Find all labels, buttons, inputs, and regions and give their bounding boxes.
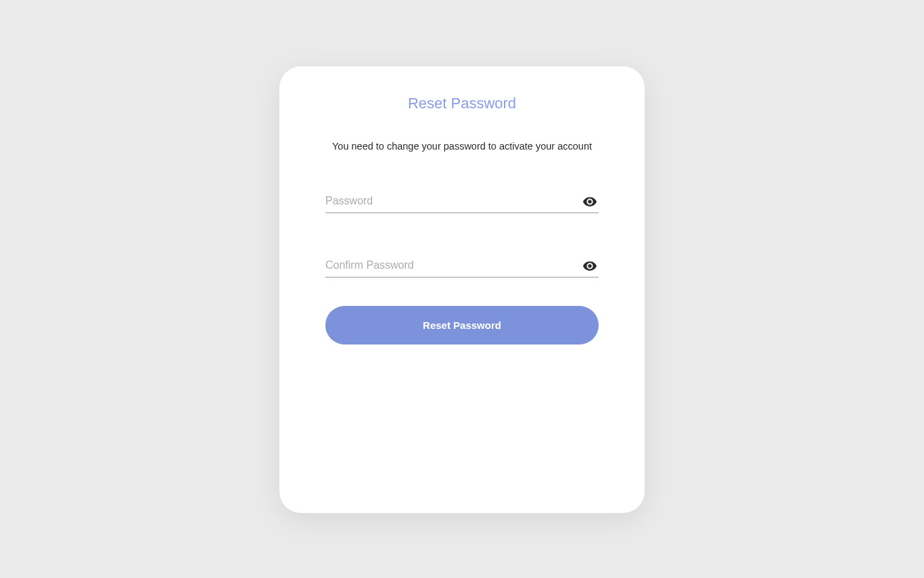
eye-icon [582,194,597,209]
password-input-group [325,190,599,213]
reset-password-card: Reset Password You need to change your p… [279,66,645,513]
confirm-password-input[interactable] [325,254,599,277]
reset-password-button[interactable]: Reset Password [325,306,599,344]
page-subtitle: You need to change your password to acti… [325,141,599,152]
page-title: Reset Password [325,95,599,112]
eye-icon [582,259,597,273]
toggle-password-visibility-icon[interactable] [582,194,597,209]
password-input[interactable] [325,190,599,213]
confirm-password-input-group [325,254,599,277]
toggle-confirm-password-visibility-icon[interactable] [582,259,597,273]
